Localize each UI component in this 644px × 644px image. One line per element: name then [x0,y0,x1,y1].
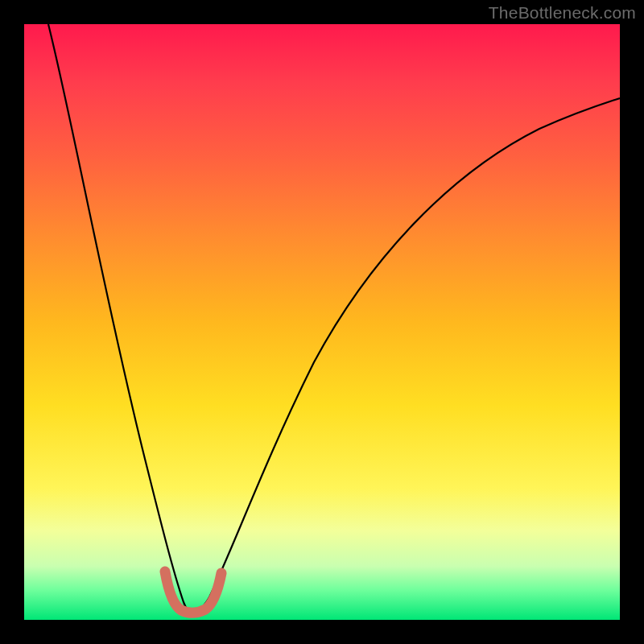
chart-frame: TheBottleneck.com [0,0,644,644]
bottleneck-curve [48,24,620,612]
valley-highlight [165,572,221,613]
watermark-text: TheBottleneck.com [489,3,636,23]
plot-area [24,24,620,620]
curve-layer [24,24,620,620]
